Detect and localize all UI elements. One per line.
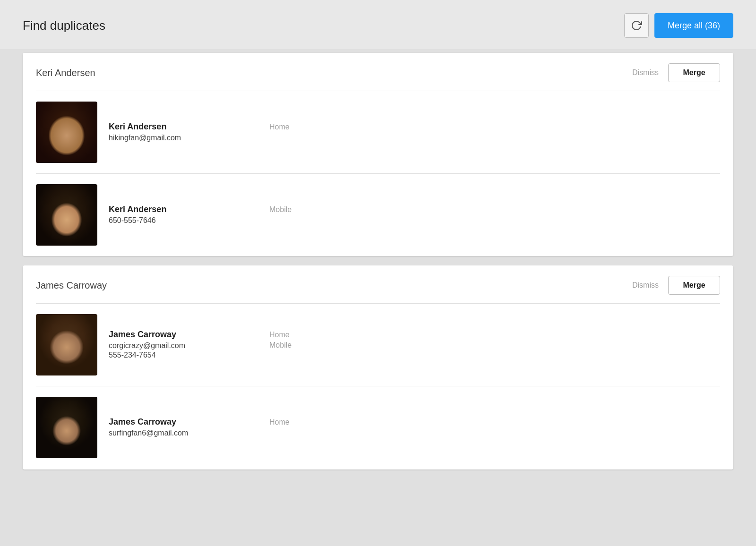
contact-label-james1-2: Mobile [269,341,292,350]
contact-email-james1: corgicrazy@gmail.com [109,341,269,350]
contact-email-james2: surfingfan6@gmail.com [109,429,269,437]
header-actions: Merge all (36) [624,13,733,38]
contact-row-keri1: Keri Andersen hikingfan@gmail.com Home [23,91,733,173]
contact-label-james1-1: Home [269,331,292,339]
avatar-keri2 [36,184,97,246]
contact-info-james2: James Carroway surfingfan6@gmail.com Hom… [109,417,720,438]
content-area: Keri Andersen Dismiss Merge Keri Anderse… [0,49,756,488]
merge-button-james[interactable]: Merge [668,276,720,295]
contact-name-keri2: Keri Andersen [109,205,269,214]
contact-labels-keri1: Home [269,123,290,131]
contact-info-keri2: Keri Andersen 650-555-7646 Mobile [109,205,720,226]
duplicate-card-james-carroway: James Carroway Dismiss Merge James Carro… [23,265,733,469]
contact-label-james2-1: Home [269,418,290,427]
merge-button-keri[interactable]: Merge [668,63,720,82]
contact-details-keri2: Keri Andersen 650-555-7646 [109,205,269,226]
contact-labels-james2: Home [269,418,290,427]
dismiss-button-keri[interactable]: Dismiss [632,68,659,77]
card-title-james: James Carroway [36,280,107,291]
contact-details-keri1: Keri Andersen hikingfan@gmail.com [109,122,269,143]
avatar-james1 [36,314,97,375]
card-actions-keri: Dismiss Merge [632,63,720,82]
contact-row-james2: James Carroway surfingfan6@gmail.com Hom… [23,386,733,469]
avatar-keri1 [36,102,97,163]
contact-phone-james1: 555-234-7654 [109,351,269,359]
contact-row-keri2: Keri Andersen 650-555-7646 Mobile [23,174,733,256]
page-header: Find duplicates Merge all (36) [0,0,756,49]
contact-name-james2: James Carroway [109,417,269,427]
contact-phone-keri2: 650-555-7646 [109,216,269,225]
dismiss-button-james[interactable]: Dismiss [632,281,659,290]
card-title-keri: Keri Andersen [36,68,95,78]
card-header-keri: Keri Andersen Dismiss Merge [23,53,733,91]
avatar-james2 [36,397,97,458]
contact-label-keri1-1: Home [269,123,290,131]
contact-name-james1: James Carroway [109,330,269,340]
contact-email-keri1: hikingfan@gmail.com [109,134,269,142]
page-title: Find duplicates [23,18,105,33]
duplicate-card-keri-andersen: Keri Andersen Dismiss Merge Keri Anderse… [23,53,733,256]
contact-info-keri1: Keri Andersen hikingfan@gmail.com Home [109,122,720,143]
card-header-james: James Carroway Dismiss Merge [23,265,733,303]
contact-details-james2: James Carroway surfingfan6@gmail.com [109,417,269,438]
card-actions-james: Dismiss Merge [632,276,720,295]
contact-labels-james1: Home Mobile [269,331,292,350]
contact-info-james1: James Carroway corgicrazy@gmail.com 555-… [109,330,720,360]
refresh-button[interactable] [624,13,649,38]
contact-labels-keri2: Mobile [269,205,292,214]
contact-label-keri2-1: Mobile [269,205,292,214]
merge-all-button[interactable]: Merge all (36) [654,13,733,38]
contact-name-keri1: Keri Andersen [109,122,269,132]
contact-row-james1: James Carroway corgicrazy@gmail.com 555-… [23,304,733,386]
contact-details-james1: James Carroway corgicrazy@gmail.com 555-… [109,330,269,360]
